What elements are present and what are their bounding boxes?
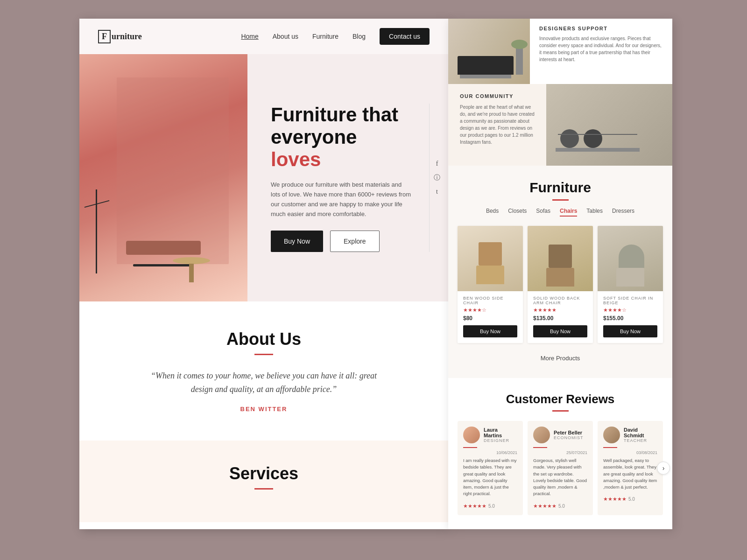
furniture-name-1: BEN WOOD SIDE CHAIR [463, 296, 517, 305]
furniture-tabs: Beds Closets Sofas Chairs Tables Dresser… [458, 208, 663, 217]
furniture-stars-2: ★★★★★ [533, 307, 587, 313]
hero-title: Furniture that everyone loves [271, 104, 425, 171]
facebook-icon[interactable]: f [433, 160, 441, 168]
twitter-icon[interactable]: t [433, 188, 441, 196]
furniture-grid: BEN WOOD SIDE CHAIR ★★★★☆ $80 Buy Now [458, 226, 663, 343]
designers-support-section: DESIGNERS SUPPORT Innovative products an… [448, 19, 672, 84]
review-bar-3 [603, 447, 617, 448]
avatar-img-2 [533, 427, 550, 443]
contact-button[interactable]: Contact us [380, 28, 430, 45]
furniture-name-3: SOFT SIDE CHAIR IN BEIGE [603, 296, 657, 305]
furniture-stars-3: ★★★★☆ [603, 307, 657, 313]
furniture-info-1: BEN WOOD SIDE CHAIR ★★★★☆ $80 Buy Now [458, 291, 523, 343]
furniture-price-2: $135.00 [533, 315, 587, 322]
review-bar-1 [463, 447, 477, 448]
hero-buttons: Buy Now Explore [271, 231, 425, 252]
chair-back-2 [549, 245, 572, 268]
community-text: OUR COMMUNITY People are at the heart of… [448, 84, 546, 166]
tab-tables[interactable]: Tables [586, 208, 603, 217]
furniture-image-1 [458, 226, 523, 291]
reviewer-avatar-1 [463, 427, 480, 443]
nav-blog[interactable]: Blog [352, 33, 366, 40]
reviewer-role-2: ECONOMIST [554, 435, 584, 440]
reviews-next-button[interactable]: › [657, 462, 670, 475]
hero-title-line2: everyone [271, 126, 357, 148]
designers-support-image [448, 19, 530, 84]
furniture-name-2: SOLID WOOD BACK ARM CHAIR [533, 296, 587, 305]
review-card-1: Laura Martins DESIGNER 10/06/2021 I am r… [458, 421, 523, 515]
instagram-icon[interactable]: ⓘ [433, 174, 441, 182]
designers-support-label: DESIGNERS SUPPORT [539, 26, 663, 31]
furniture-image-3 [598, 226, 663, 291]
review-card-3: David Schmidt TEACHER 03/08/2021 Well pa… [598, 421, 663, 515]
more-products-link[interactable]: More Products [458, 350, 663, 364]
chair-seat-3 [616, 268, 644, 287]
review-bar-2 [533, 447, 547, 448]
chair-seat-2 [546, 268, 574, 287]
chair-decoration-1 [476, 266, 504, 284]
reviewer-info-2: Peter Beller ECONOMIST [533, 427, 587, 443]
nav-about[interactable]: About us [273, 33, 298, 40]
review-rating-1: 5.0 [488, 504, 495, 509]
furniture-section: Furniture Beds Closets Sofas Chairs Tabl… [448, 166, 672, 378]
community-image [546, 84, 672, 166]
table-decoration [173, 257, 210, 264]
tab-closets[interactable]: Closets [508, 208, 527, 217]
buy-now-button[interactable]: Buy Now [271, 231, 323, 252]
furniture-buy-btn-1[interactable]: Buy Now [463, 325, 517, 337]
furniture-image-2 [528, 226, 593, 291]
about-section: About Us “When it comes to your home, we… [79, 301, 448, 441]
furniture-underline [552, 199, 569, 201]
furniture-title: Furniture [458, 180, 663, 196]
reviews-title: Customer Reviews [458, 392, 663, 406]
about-author: BEN WITTER [117, 406, 411, 413]
furniture-buy-btn-3[interactable]: Buy Now [603, 325, 657, 337]
reviewer-role-1: DESIGNER [484, 438, 517, 443]
furniture-info-2: SOLID WOOD BACK ARM CHAIR ★★★★★ $135.00 … [528, 291, 593, 343]
tab-dressers[interactable]: Dressers [612, 208, 634, 217]
designers-support-desc: Innovative products and exclusive ranges… [539, 35, 663, 63]
furniture-info-3: SOFT SIDE CHAIR IN BEIGE ★★★★☆ $155.00 B… [598, 291, 663, 343]
reviewer-info-3: David Schmidt TEACHER [603, 427, 657, 443]
review-stars-1: ★★★★★ [463, 503, 486, 509]
reviewer-role-3: TEACHER [624, 438, 657, 443]
furniture-card-2: SOLID WOOD BACK ARM CHAIR ★★★★★ $135.00 … [528, 226, 593, 343]
reviewer-info-1: Laura Martins DESIGNER [463, 427, 517, 443]
right-panel: DESIGNERS SUPPORT Innovative products an… [448, 19, 672, 529]
logo-box: F [98, 30, 111, 43]
nav-home[interactable]: Home [241, 33, 258, 40]
logo: F urniture [98, 30, 142, 43]
hero-title-text: Furniture that [271, 104, 398, 126]
plant-decoration [516, 47, 523, 75]
review-stars-3: ★★★★★ [603, 496, 627, 502]
review-rating-2: 5.0 [558, 504, 565, 509]
about-title: About Us [117, 329, 411, 349]
furniture-price-3: $155.00 [603, 315, 657, 322]
reviewer-details-1: Laura Martins DESIGNER [484, 427, 517, 443]
community-label: OUR COMMUNITY [460, 93, 535, 99]
community-chair2 [584, 129, 602, 148]
logo-text: urniture [112, 32, 142, 42]
review-date-1: 10/06/2021 [463, 450, 517, 455]
tab-beds[interactable]: Beds [486, 208, 499, 217]
furniture-price-1: $80 [463, 315, 517, 322]
furniture-stars-1: ★★★★☆ [463, 307, 517, 313]
tab-sofas[interactable]: Sofas [536, 208, 550, 217]
navbar: F urniture Home About us Furniture Blog … [79, 19, 448, 54]
services-underline [254, 488, 273, 490]
nav-furniture[interactable]: Furniture [312, 33, 338, 40]
furniture-buy-btn-2[interactable]: Buy Now [533, 325, 587, 337]
services-section: Services [79, 441, 448, 522]
coat-rack-decoration [96, 189, 97, 273]
reviews-section: Customer Reviews Laura Martins DESIGNER [448, 378, 672, 529]
chair-seat-1 [476, 266, 504, 284]
explore-button[interactable]: Explore [330, 231, 379, 252]
community-chair1 [560, 129, 579, 148]
reviewer-name-2: Peter Beller [554, 430, 584, 435]
reviews-underline [552, 410, 569, 412]
social-icons: f ⓘ t [433, 160, 441, 196]
tab-chairs[interactable]: Chairs [560, 208, 577, 217]
about-underline [254, 354, 273, 355]
reviewer-avatar-3 [603, 427, 620, 443]
chair-decoration-3 [616, 268, 644, 287]
